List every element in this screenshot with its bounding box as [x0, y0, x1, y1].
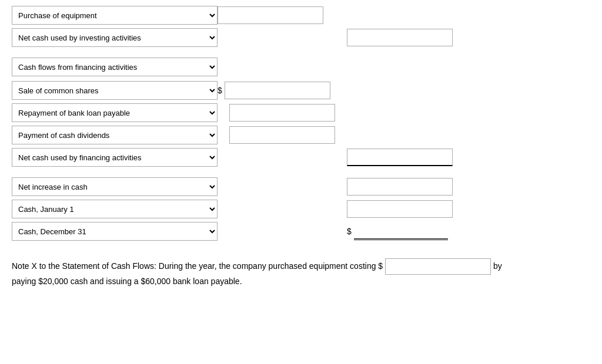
payment-cash-dividends-mid — [218, 126, 347, 144]
net-cash-financing-right — [347, 149, 476, 166]
cash-december-select[interactable]: Cash, December 31 — [12, 222, 218, 241]
note-text-2: by — [493, 261, 502, 271]
note-text-3: paying $20,000 cash and issuing a $60,00… — [12, 277, 242, 286]
cash-flows-financing-select[interactable]: Cash flows from financing activities — [12, 58, 218, 76]
note-amount-input[interactable] — [385, 258, 491, 275]
purchase-equipment-select[interactable]: Purchase of equipment — [12, 6, 218, 25]
net-cash-financing-row: Net cash used by financing activities — [12, 148, 590, 167]
sale-common-shares-row: Sale of common shares $ — [12, 81, 590, 100]
cash-january-select[interactable]: Cash, January 1 — [12, 200, 218, 218]
sale-common-shares-select-wrap: Sale of common shares — [12, 81, 218, 100]
net-cash-financing-select-wrap: Net cash used by financing activities — [12, 148, 218, 167]
purchase-equipment-input[interactable] — [218, 6, 323, 24]
purchase-equipment-row: Purchase of equipment — [12, 6, 590, 25]
net-increase-cash-row: Net increase in cash — [12, 177, 590, 196]
net-cash-investing-row: Net cash used by investing activities — [12, 28, 590, 47]
sale-common-shares-input[interactable] — [225, 82, 330, 99]
sale-common-shares-select[interactable]: Sale of common shares — [12, 81, 218, 100]
net-increase-cash-input[interactable] — [347, 178, 453, 196]
net-cash-financing-input[interactable] — [347, 149, 453, 166]
repayment-bank-loan-input[interactable] — [229, 104, 335, 122]
net-cash-investing-right — [347, 29, 476, 46]
cash-december-row: Cash, December 31 $ — [12, 222, 590, 241]
note-text-1: Note X to the Statement of Cash Flows: D… — [12, 261, 383, 271]
net-increase-cash-select-wrap: Net increase in cash — [12, 177, 218, 196]
cash-flows-financing-row: Cash flows from financing activities — [12, 58, 590, 76]
cash-december-input[interactable] — [354, 223, 448, 240]
repayment-bank-loan-select[interactable]: Repayment of bank loan payable — [12, 103, 218, 122]
net-cash-financing-select[interactable]: Net cash used by financing activities — [12, 148, 218, 167]
repayment-bank-loan-row: Repayment of bank loan payable — [12, 103, 590, 122]
cash-december-select-wrap: Cash, December 31 — [12, 222, 218, 241]
note-section: Note X to the Statement of Cash Flows: D… — [12, 258, 590, 288]
sale-common-shares-mid: $ — [218, 82, 347, 99]
net-increase-cash-select[interactable]: Net increase in cash — [12, 177, 218, 196]
purchase-equipment-select-wrap: Purchase of equipment — [12, 6, 218, 25]
cash-december-dollar: $ — [347, 227, 352, 236]
cash-january-select-wrap: Cash, January 1 — [12, 200, 218, 218]
net-cash-investing-input[interactable] — [347, 29, 453, 46]
payment-cash-dividends-select[interactable]: Payment of cash dividends — [12, 126, 218, 144]
cash-december-right: $ — [347, 223, 476, 240]
purchase-equipment-mid — [218, 6, 347, 24]
net-cash-investing-select-wrap: Net cash used by investing activities — [12, 28, 218, 47]
net-increase-cash-right — [347, 178, 476, 196]
sale-common-shares-dollar: $ — [218, 86, 222, 95]
cash-january-right — [347, 200, 476, 218]
cash-january-input[interactable] — [347, 200, 453, 218]
payment-cash-dividends-select-wrap: Payment of cash dividends — [12, 126, 218, 144]
repayment-bank-loan-select-wrap: Repayment of bank loan payable — [12, 103, 218, 122]
payment-cash-dividends-row: Payment of cash dividends — [12, 126, 590, 144]
cash-january-row: Cash, January 1 — [12, 200, 590, 218]
cash-flows-financing-select-wrap: Cash flows from financing activities — [12, 58, 218, 76]
repayment-bank-loan-mid — [218, 104, 347, 122]
payment-cash-dividends-input[interactable] — [229, 126, 335, 144]
net-cash-investing-select[interactable]: Net cash used by investing activities — [12, 28, 218, 47]
